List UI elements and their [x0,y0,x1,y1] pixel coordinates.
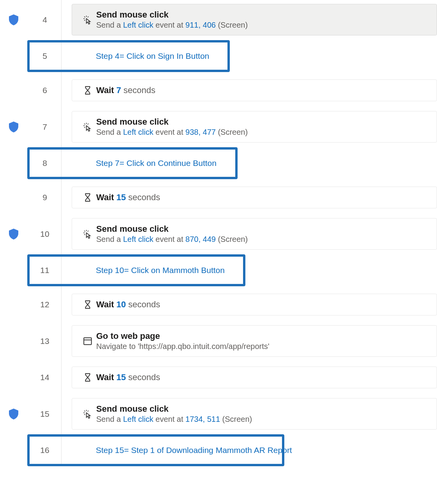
step-title: Send mouse click [96,10,430,20]
wait-label: Wait [96,300,116,309]
mouse-click-icon [83,409,93,419]
step-text: Wait 15 seconds [96,192,430,203]
flow-step-row[interactable]: 4Send mouse clickSend a Left click event… [0,4,437,35]
click-type: Left click [123,235,153,243]
wait-value: 15 [116,192,126,202]
click-coords: 911, 406 [185,21,216,29]
shield-icon [9,122,18,132]
flow-step-row[interactable]: 8Step 7= Click on Continue Button [0,150,437,177]
step-title: Send mouse click [96,117,430,127]
step-title: Wait 10 seconds [96,300,430,310]
flow-step-row[interactable]: 6Wait 7 seconds [0,77,437,104]
browser-icon [83,336,93,346]
step-number: 5 [27,51,62,61]
comment-step[interactable]: Step 10= Click on Mammoth Button [72,260,437,280]
wait-unit: seconds [126,300,160,309]
wait-label: Wait [96,372,116,382]
hourglass-icon [83,85,93,95]
step-number: 12 [27,300,62,309]
step-text: Send mouse clickSend a Left click event … [96,404,430,424]
flow-step-row[interactable]: 9Wait 15 seconds [0,184,437,211]
step-text: Wait 15 seconds [96,372,430,382]
flow-step-row[interactable]: 13Go to web pageNavigate to 'https://app… [0,325,437,357]
hourglass-icon [83,372,93,382]
flow-step-row[interactable]: 10Send mouse clickSend a Left click even… [0,218,437,250]
step-number: 4 [27,15,62,25]
shield-icon [9,409,18,419]
wait-unit: seconds [126,372,160,382]
action-step[interactable]: Wait 15 seconds [72,187,437,208]
step-text: Send mouse clickSend a Left click event … [96,10,430,30]
shield-column [0,14,27,25]
step-title: Go to web page [96,331,430,341]
step-number: 16 [27,446,62,455]
action-step[interactable]: Send mouse clickSend a Left click event … [72,398,437,430]
step-text: Send mouse clickSend a Left click event … [96,224,430,244]
step-number: 14 [27,373,62,382]
wait-unit: seconds [121,85,155,95]
flow-step-row[interactable]: 16Step 15= Step 1 of Downloading Mammoth… [0,437,437,464]
mouse-click-icon [83,122,93,132]
flow-step-row[interactable]: 14Wait 15 seconds [0,364,437,391]
action-step[interactable]: Wait 15 seconds [72,367,437,388]
action-step[interactable]: Send mouse clickSend a Left click event … [72,111,437,143]
step-number: 11 [27,266,62,275]
action-step[interactable]: Send mouse clickSend a Left click event … [72,4,437,35]
action-step[interactable]: Wait 7 seconds [72,79,437,101]
step-text: Wait 7 seconds [96,85,430,95]
step-number: 8 [27,159,62,168]
step-number: 10 [27,229,62,239]
comment-step[interactable]: Step 15= Step 1 of Downloading Mammoth A… [72,440,437,460]
mouse-click-icon [79,229,96,239]
click-type: Left click [123,415,153,423]
shield-column [0,409,27,419]
step-title: Wait 15 seconds [96,192,430,203]
hourglass-icon [79,192,96,203]
click-type: Left click [123,21,153,29]
hourglass-icon [79,85,96,95]
flow-step-row[interactable]: 5Step 4= Click on Sign In Button [0,42,437,70]
wait-label: Wait [96,192,116,202]
hourglass-icon [83,300,93,310]
action-step[interactable]: Go to web pageNavigate to 'https://app.q… [72,325,437,357]
shield-icon [9,229,18,240]
step-number: 13 [27,337,62,346]
step-subtitle: Send a Left click event at 870, 449 (Scr… [96,235,430,244]
step-text: Go to web pageNavigate to 'https://app.q… [96,331,430,351]
wait-value: 7 [116,85,121,95]
step-subtitle: Send a Left click event at 938, 477 (Scr… [96,128,430,137]
flow-step-row[interactable]: 11Step 10= Click on Mammoth Button [0,257,437,284]
click-coords: 870, 449 [185,235,216,243]
step-subtitle: Navigate to 'https://app.qbo.intuit.com/… [96,342,430,351]
flow-step-row[interactable]: 12Wait 10 seconds [0,291,437,318]
hourglass-icon [79,372,96,382]
wait-unit: seconds [126,192,160,202]
comment-step[interactable]: Step 7= Click on Continue Button [72,153,437,173]
goto-url: https://app.qbo.intuit.com/app/reports [139,342,268,351]
mouse-click-icon [79,15,96,25]
action-step[interactable]: Send mouse clickSend a Left click event … [72,218,437,250]
step-title: Send mouse click [96,224,430,234]
click-type: Left click [123,128,153,136]
hourglass-icon [83,192,93,203]
comment-text: Step 4= Click on Sign In Button [79,51,209,61]
step-subtitle: Send a Left click event at 911, 406 (Scr… [96,21,430,30]
step-subtitle: Send a Left click event at 1734, 511 (Sc… [96,415,430,424]
comment-text: Step 7= Click on Continue Button [79,159,217,168]
comment-text: Step 15= Step 1 of Downloading Mammoth A… [79,446,292,455]
mouse-click-icon [79,122,96,132]
step-text: Send mouse clickSend a Left click event … [96,117,430,137]
browser-icon [79,336,96,346]
step-number: 15 [27,409,62,419]
wait-value: 15 [116,372,126,382]
step-title: Send mouse click [96,404,430,414]
step-text: Wait 10 seconds [96,300,430,310]
hourglass-icon [79,300,96,310]
action-step[interactable]: Wait 10 seconds [72,294,437,315]
flow-step-row[interactable]: 7Send mouse clickSend a Left click event… [0,111,437,143]
click-coords: 938, 477 [185,128,216,136]
flow-step-row[interactable]: 15Send mouse clickSend a Left click even… [0,398,437,430]
click-coords: 1734, 511 [185,415,220,423]
mouse-click-icon [79,409,96,419]
comment-step[interactable]: Step 4= Click on Sign In Button [72,46,437,66]
